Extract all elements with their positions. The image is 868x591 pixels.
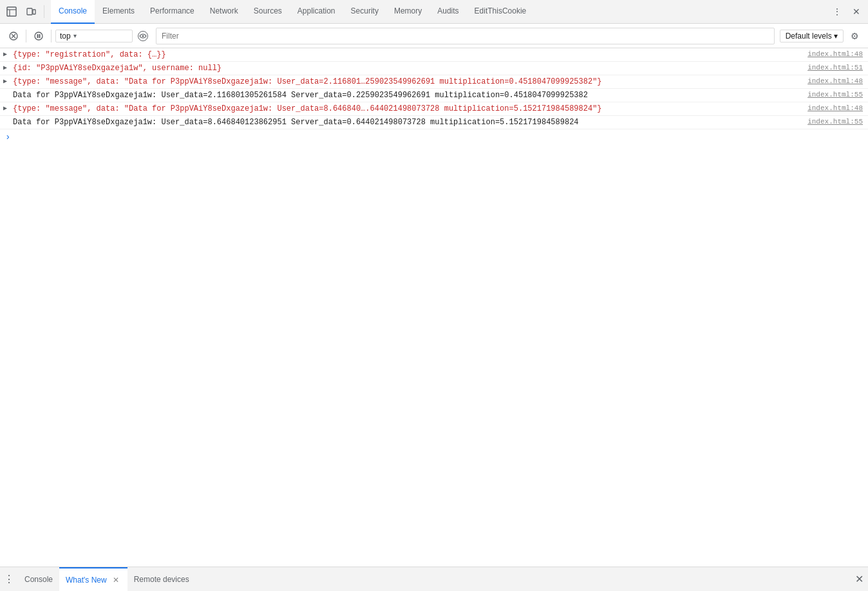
tab-memory[interactable]: Memory (386, 0, 429, 24)
console-row[interactable]: ▶ {type: "message", data: "Data for P3pp… (0, 102, 868, 116)
expand-arrow-icon: ▶ (0, 76, 10, 85)
svg-point-4 (35, 32, 42, 40)
svg-point-7 (142, 35, 144, 37)
tab-elements[interactable]: Elements (95, 0, 142, 24)
more-tabs-icon[interactable]: ⋮ (828, 3, 846, 21)
drawer-tab-console[interactable]: Console (18, 567, 59, 591)
console-row-location[interactable]: index.html:55 (805, 117, 868, 127)
tab-bar-right: ⋮ ✕ (828, 3, 865, 21)
console-row[interactable]: ▶ {type: "registration", data: {…}} inde… (0, 48, 868, 62)
svg-rect-6 (39, 34, 41, 38)
expand-arrow-spacer (0, 89, 10, 91)
stop-on-exception-button[interactable] (30, 28, 47, 44)
svg-rect-0 (7, 7, 16, 16)
drawer-dots-icon[interactable]: ⋮ (0, 567, 18, 591)
tab-console[interactable]: Console (51, 0, 95, 24)
toolbar-separator-2 (51, 30, 52, 42)
filter-input[interactable] (156, 28, 775, 44)
tab-security[interactable]: Security (343, 0, 386, 24)
expand-arrow-icon: ▶ (0, 49, 10, 58)
console-row-content: {type: "message", data: "Data for P3ppVA… (10, 76, 805, 88)
console-prompt-input[interactable] (13, 132, 863, 142)
console-row: Data for P3ppVAiY8seDxgazeja1w: User_dat… (0, 116, 868, 129)
expand-arrow-spacer (0, 117, 10, 118)
svg-rect-2 (33, 10, 35, 14)
tab-audits[interactable]: Audits (429, 0, 466, 24)
drawer-tab-whats-new[interactable]: What's New ✕ (59, 567, 127, 591)
console-row[interactable]: ▶ {type: "message", data: "Data for P3pp… (0, 75, 868, 89)
close-devtools-icon[interactable]: ✕ (847, 3, 865, 21)
toolbar-separator-1 (26, 30, 26, 42)
console-row-location[interactable]: index.html:48 (805, 49, 868, 59)
bottom-drawer: ⋮ Console What's New ✕ Remote devices ✕ (0, 567, 868, 591)
tab-editthiscookie[interactable]: EditThisCookie (467, 0, 534, 24)
expand-arrow-icon: ▶ (0, 62, 10, 71)
console-row-content: Data for P3ppVAiY8seDxgazeja1w: User_dat… (10, 89, 805, 101)
tab-bar: Console Elements Performance Network Sou… (0, 0, 868, 24)
console-prompt-row[interactable]: › (0, 129, 868, 145)
context-dropdown-arrow: ▾ (73, 32, 77, 39)
tab-sources[interactable]: Sources (246, 0, 290, 24)
drawer-tab-remote-devices[interactable]: Remote devices (127, 567, 196, 591)
context-selector[interactable]: top ▾ (55, 30, 133, 42)
console-row-location[interactable]: index.html:48 (805, 103, 868, 113)
eye-icon[interactable] (138, 31, 148, 41)
console-row[interactable]: ▶ {id: "P3ppVAiY8seDxgazeja1w", username… (0, 62, 868, 75)
whats-new-close-icon[interactable]: ✕ (111, 575, 121, 585)
tab-application[interactable]: Application (290, 0, 343, 24)
svg-rect-5 (37, 34, 39, 38)
console-row-content: {type: "registration", data: {…}} (10, 49, 805, 61)
svg-rect-1 (27, 8, 32, 15)
drawer-close-button[interactable]: ✕ (850, 570, 868, 588)
devtools-left-icons (3, 3, 47, 21)
console-row-location[interactable]: index.html:55 (805, 89, 868, 100)
tab-network[interactable]: Network (202, 0, 246, 24)
device-toolbar-icon[interactable] (22, 3, 40, 21)
inspect-icon[interactable] (3, 3, 21, 21)
console-output: ▶ {type: "registration", data: {…}} inde… (0, 48, 868, 567)
expand-arrow-icon: ▶ (0, 103, 10, 112)
console-row: Data for P3ppVAiY8seDxgazeja1w: User_dat… (0, 89, 868, 102)
console-row-content: {id: "P3ppVAiY8seDxgazeja1w", username: … (10, 62, 805, 74)
context-value: top (60, 32, 71, 41)
console-row-location[interactable]: index.html:51 (805, 62, 868, 73)
levels-label: Default levels ▾ (786, 32, 838, 41)
tab-performance[interactable]: Performance (142, 0, 202, 24)
console-row-location[interactable]: index.html:48 (805, 76, 868, 86)
console-toolbar: top ▾ Default levels ▾ ⚙ (0, 24, 868, 48)
settings-button[interactable]: ⚙ (846, 28, 863, 44)
clear-console-button[interactable] (5, 28, 22, 44)
console-row-content: Data for P3ppVAiY8seDxgazeja1w: User_dat… (10, 117, 805, 128)
console-row-content: {type: "message", data: "Data for P3ppVA… (10, 103, 805, 115)
tab-separator (44, 5, 44, 18)
prompt-arrow-icon: › (5, 132, 10, 142)
levels-selector[interactable]: Default levels ▾ (780, 30, 844, 42)
